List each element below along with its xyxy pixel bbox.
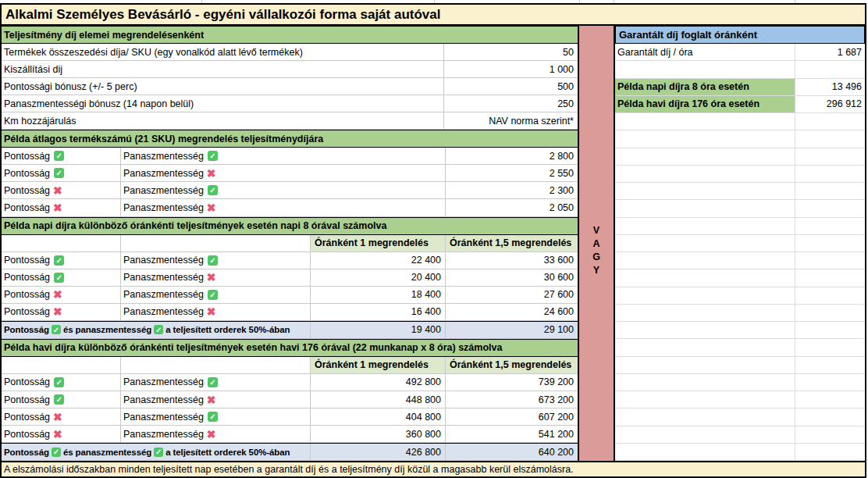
empty-cell[interactable]	[615, 200, 795, 216]
fee-label-cell[interactable]: Kiszállítási dij	[2, 61, 443, 77]
value-cell[interactable]: 18 400	[310, 287, 445, 303]
panaszmentesseg-cell[interactable]: Panaszmentesség✖	[120, 199, 445, 216]
value-cell[interactable]: 426 800	[310, 444, 445, 460]
value-cell[interactable]: 2 800	[445, 148, 578, 164]
section-header-row[interactable]: Példa havi díjra különböző óránkénti tel…	[2, 339, 578, 357]
empty-cell[interactable]	[615, 166, 795, 182]
value-cell[interactable]: 492 800	[310, 374, 445, 391]
empty-cell[interactable]	[615, 130, 795, 147]
guaranteed-panel-header[interactable]: Garantált díj foglalt óránként	[615, 26, 865, 44]
fee-value-cell[interactable]: 250	[443, 95, 578, 112]
guaranteed-label-cell[interactable]	[615, 61, 795, 77]
value-cell[interactable]: 30 600	[445, 269, 578, 286]
value-cell[interactable]: 2 050	[445, 199, 578, 216]
value-cell[interactable]: 640 200	[445, 444, 578, 460]
panaszmentesseg-cell[interactable]: Panaszmentesség✓	[120, 252, 310, 269]
panaszmentesseg-cell[interactable]: Panaszmentesség✓	[120, 408, 310, 425]
empty-cell[interactable]	[120, 235, 310, 251]
empty-cell[interactable]	[795, 252, 865, 269]
value-cell[interactable]: 673 200	[445, 391, 578, 408]
empty-cell[interactable]	[615, 391, 795, 408]
empty-cell[interactable]	[795, 183, 865, 199]
empty-cell[interactable]	[795, 391, 865, 408]
empty-cell[interactable]	[615, 322, 795, 338]
pontossag-cell[interactable]: Pontosság✖	[2, 408, 120, 425]
pontossag-cell[interactable]: Pontosság✓	[2, 269, 120, 286]
section-header-row[interactable]: Teljesítmény díj elemei megrendelésenkén…	[2, 26, 578, 44]
empty-cell[interactable]	[120, 357, 310, 373]
panaszmentesseg-cell[interactable]: Panaszmentesség✓	[120, 374, 310, 391]
summary-label-cell[interactable]: Pontosság✓és panaszmentesség✓a teljesíte…	[2, 444, 310, 460]
panaszmentesseg-cell[interactable]: Panaszmentesség✖	[120, 304, 310, 320]
summary-label-cell[interactable]: Pontosság✓és panaszmentesség✓a teljesíte…	[2, 322, 310, 338]
value-cell[interactable]: 360 800	[310, 426, 445, 442]
empty-cell[interactable]	[795, 426, 865, 443]
value-cell[interactable]: 24 600	[445, 304, 578, 320]
empty-cell[interactable]	[615, 305, 795, 321]
empty-cell[interactable]	[795, 322, 865, 338]
panaszmentesseg-cell[interactable]: Panaszmentesség✓	[120, 182, 445, 198]
empty-cell[interactable]	[615, 183, 795, 199]
fee-label-cell[interactable]: Km hozzájárulás	[2, 112, 443, 129]
empty-cell[interactable]	[2, 357, 120, 373]
panaszmentesseg-cell[interactable]: Panaszmentesség✖	[120, 165, 445, 181]
guaranteed-label-cell[interactable]: Példa havi díjra 176 óra esetén	[615, 96, 795, 112]
empty-cell[interactable]	[795, 113, 865, 130]
empty-cell[interactable]	[615, 113, 795, 130]
value-cell[interactable]: 541 200	[445, 426, 578, 442]
empty-cell[interactable]	[795, 339, 865, 355]
panaszmentesseg-cell[interactable]: Panaszmentesség✖	[120, 391, 310, 408]
value-cell[interactable]: 607 200	[445, 408, 578, 425]
fee-label-cell[interactable]: Panaszmentességi bónusz (14 napon belül)	[2, 95, 443, 112]
guaranteed-value-cell[interactable]: 13 496	[795, 79, 865, 95]
pontossag-cell[interactable]: Pontosság✓	[2, 252, 120, 269]
empty-cell[interactable]	[615, 444, 795, 460]
value-cell[interactable]: 19 400	[310, 322, 445, 338]
guaranteed-label-cell[interactable]: Példa napi díjra 8 óra esetén	[615, 79, 795, 95]
fee-value-cell[interactable]: NAV norma szerint*	[443, 112, 578, 129]
panaszmentesseg-cell[interactable]: Panaszmentesség✓	[120, 148, 445, 164]
empty-cell[interactable]	[795, 374, 865, 391]
column-header-cell[interactable]: Óránként 1 megrendelés	[310, 235, 445, 251]
empty-cell[interactable]	[615, 408, 795, 425]
guaranteed-label-cell[interactable]: Garantált díj / óra	[615, 44, 795, 60]
empty-cell[interactable]	[615, 148, 795, 165]
empty-cell[interactable]	[795, 305, 865, 321]
fee-value-cell[interactable]: 1 000	[443, 61, 578, 77]
value-cell[interactable]: 16 400	[310, 304, 445, 320]
pontossag-cell[interactable]: Pontosság✓	[2, 391, 120, 408]
value-cell[interactable]: 448 800	[310, 391, 445, 408]
value-cell[interactable]: 739 200	[445, 374, 578, 391]
footer-note-cell[interactable]: A elszámolási időszakban minden teljesít…	[0, 461, 866, 478]
fee-label-cell[interactable]: Pontossági bónusz (+/- 5 perc)	[2, 78, 443, 95]
or-divider-cell[interactable]: VAGY	[579, 26, 615, 461]
empty-cell[interactable]	[795, 408, 865, 425]
pontossag-cell[interactable]: Pontosság✓	[2, 148, 120, 164]
empty-cell[interactable]	[795, 148, 865, 165]
empty-cell[interactable]	[795, 218, 865, 234]
value-cell[interactable]: 33 600	[445, 252, 578, 269]
fee-value-cell[interactable]: 50	[443, 44, 578, 60]
value-cell[interactable]: 29 100	[445, 322, 578, 338]
empty-cell[interactable]	[615, 357, 795, 373]
empty-cell[interactable]	[795, 130, 865, 147]
value-cell[interactable]: 20 400	[310, 269, 445, 286]
empty-cell[interactable]	[615, 218, 795, 234]
empty-cell[interactable]	[615, 426, 795, 443]
empty-cell[interactable]	[615, 269, 795, 286]
empty-cell[interactable]	[615, 339, 795, 355]
value-cell[interactable]: 404 800	[310, 408, 445, 425]
fee-label-cell[interactable]: Termékek összeszedési díja/ SKU (egy von…	[2, 44, 443, 60]
column-header-cell[interactable]: Óránként 1,5 megrendelés	[445, 357, 578, 373]
pontossag-cell[interactable]: Pontosság✖	[2, 287, 120, 303]
guaranteed-value-cell[interactable]	[795, 61, 865, 77]
empty-cell[interactable]	[2, 235, 120, 251]
empty-cell[interactable]	[795, 444, 865, 460]
pontossag-cell[interactable]: Pontosság✖	[2, 182, 120, 198]
empty-cell[interactable]	[795, 235, 865, 251]
fee-value-cell[interactable]: 500	[443, 78, 578, 95]
empty-cell[interactable]	[615, 235, 795, 251]
empty-cell[interactable]	[795, 200, 865, 216]
value-cell[interactable]: 27 600	[445, 287, 578, 303]
column-header-cell[interactable]: Óránként 1 megrendelés	[310, 357, 445, 373]
